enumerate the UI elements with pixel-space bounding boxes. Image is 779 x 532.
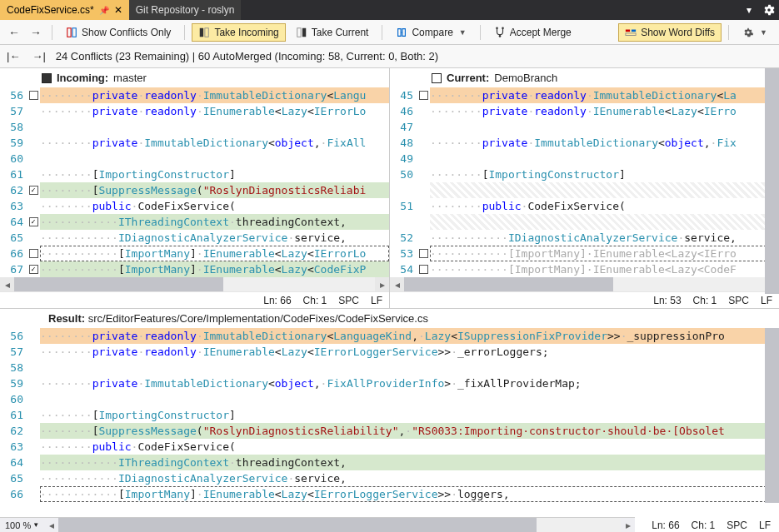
current-branch: DemoBranch [494, 72, 557, 84]
svg-rect-4 [297, 27, 301, 37]
tab-label: Git Repository - roslyn [136, 4, 235, 16]
button-label: Show Conflicts Only [82, 27, 171, 38]
line-checkbox[interactable] [29, 265, 38, 274]
pin-icon[interactable]: 📌 [99, 6, 109, 15]
current-take-all-checkbox[interactable] [432, 73, 442, 83]
button-label: Take Incoming [214, 27, 278, 38]
status-ch: Ch: 1 [303, 295, 327, 306]
settings-button[interactable]: ▼ [736, 23, 774, 42]
conflicts-icon [66, 27, 77, 38]
nav-forward-button[interactable]: → [27, 24, 45, 41]
conflict-summary-bar: |← →| 24 Conflicts (23 Remaining) | 60 A… [0, 45, 779, 68]
take-current-button[interactable]: Take Current [289, 23, 376, 42]
merge-toolbar: ← → Show Conflicts Only Take Incoming Ta… [0, 20, 779, 45]
nav-back-button[interactable]: ← [5, 24, 23, 41]
status-ch: Ch: 1 [692, 520, 716, 531]
line-checkbox[interactable] [29, 249, 38, 258]
svg-rect-3 [205, 27, 208, 37]
current-code[interactable]: 45········private·readonly·ImmutableDict… [390, 87, 779, 277]
compare-icon [396, 27, 407, 38]
status-ln: Ln: 53 [653, 295, 681, 306]
tab-codefixservice[interactable]: CodeFixService.cs* 📌 ✕ [0, 0, 129, 20]
status-ln: Ln: 66 [263, 295, 291, 306]
svg-rect-9 [626, 29, 630, 32]
button-label: Compare [412, 27, 452, 38]
chevron-down-icon: ▼ [459, 28, 467, 37]
footer-hscrollbar[interactable] [58, 518, 621, 532]
line-checkbox[interactable] [419, 265, 428, 274]
svg-rect-11 [626, 32, 636, 35]
incoming-pane: Incoming: master 56········private·reado… [0, 68, 390, 308]
document-tab-bar: CodeFixService.cs* 📌 ✕ Git Repository - … [0, 0, 779, 20]
line-checkbox[interactable] [419, 91, 428, 100]
status-lf: LF [759, 520, 771, 531]
close-icon[interactable]: ✕ [114, 4, 122, 16]
current-hscrollbar[interactable]: ◂▸ [390, 277, 779, 291]
current-vscrollbar[interactable] [765, 68, 779, 294]
zoom-dropdown[interactable]: 100 %▼ [0, 520, 44, 530]
status-lf: LF [761, 295, 772, 306]
show-word-diffs-button[interactable]: Show Word Diffs [618, 23, 722, 42]
result-pane: Result: src/EditorFeatures/Core/Implemen… [0, 309, 779, 517]
current-label: Current: [447, 72, 489, 84]
take-incoming-button[interactable]: Take Incoming [192, 23, 285, 42]
status-spc: SPC [727, 520, 747, 531]
status-ch: Ch: 1 [693, 295, 717, 306]
status-lf: LF [371, 295, 382, 306]
next-conflict-button[interactable]: →| [30, 50, 47, 62]
conflict-summary-text: 24 Conflicts (23 Remaining) | 60 AutoMer… [56, 50, 438, 62]
compare-button[interactable]: Compare ▼ [389, 23, 472, 42]
status-spc: SPC [728, 295, 749, 306]
tab-git-repository[interactable]: Git Repository - roslyn [129, 0, 242, 20]
svg-rect-2 [200, 27, 203, 37]
button-label: Show Word Diffs [641, 27, 715, 38]
result-vscrollbar[interactable] [765, 328, 779, 503]
take-current-icon [296, 27, 307, 38]
incoming-branch: master [113, 72, 147, 84]
button-label: Take Current [312, 27, 369, 38]
svg-rect-5 [302, 27, 306, 37]
accept-merge-icon [494, 27, 506, 38]
show-conflicts-only-button[interactable]: Show Conflicts Only [59, 23, 177, 42]
svg-rect-10 [632, 29, 636, 32]
result-code[interactable]: 56········private·readonly·ImmutableDict… [0, 328, 779, 517]
line-checkbox[interactable] [29, 91, 38, 100]
gear-icon [742, 27, 754, 38]
first-conflict-button[interactable]: |← [5, 50, 22, 62]
gear-icon[interactable] [759, 4, 779, 16]
svg-rect-1 [72, 27, 76, 37]
line-checkbox[interactable] [29, 186, 38, 195]
word-diffs-icon [625, 27, 637, 38]
incoming-code[interactable]: 56········private·readonly·ImmutableDict… [0, 87, 389, 277]
line-checkbox[interactable] [29, 217, 38, 226]
status-spc: SPC [338, 295, 359, 306]
window-dropdown-icon[interactable]: ▾ [739, 4, 759, 16]
chevron-down-icon: ▼ [760, 28, 767, 37]
incoming-hscrollbar[interactable]: ◂▸ [0, 277, 389, 291]
svg-rect-0 [67, 27, 71, 37]
incoming-take-all-checkbox[interactable] [42, 73, 52, 83]
svg-point-8 [498, 35, 501, 37]
accept-merge-button[interactable]: Accept Merge [487, 23, 578, 42]
tab-label: CodeFixService.cs* [7, 4, 94, 16]
status-ln: Ln: 66 [652, 520, 679, 531]
svg-point-7 [502, 27, 504, 29]
take-incoming-icon [198, 27, 210, 38]
result-path: src/EditorFeatures/Core/Implementation/C… [88, 312, 428, 325]
result-label: Result: [48, 312, 85, 325]
footer-bar: 100 %▼ ◂ ▸ Ln: 66 Ch: 1 SPC LF [0, 517, 779, 532]
line-checkbox[interactable] [419, 249, 428, 258]
current-pane: Current: DemoBranch 45········private·re… [390, 68, 779, 308]
button-label: Accept Merge [510, 27, 572, 38]
incoming-label: Incoming: [57, 72, 108, 84]
svg-point-6 [496, 27, 498, 29]
